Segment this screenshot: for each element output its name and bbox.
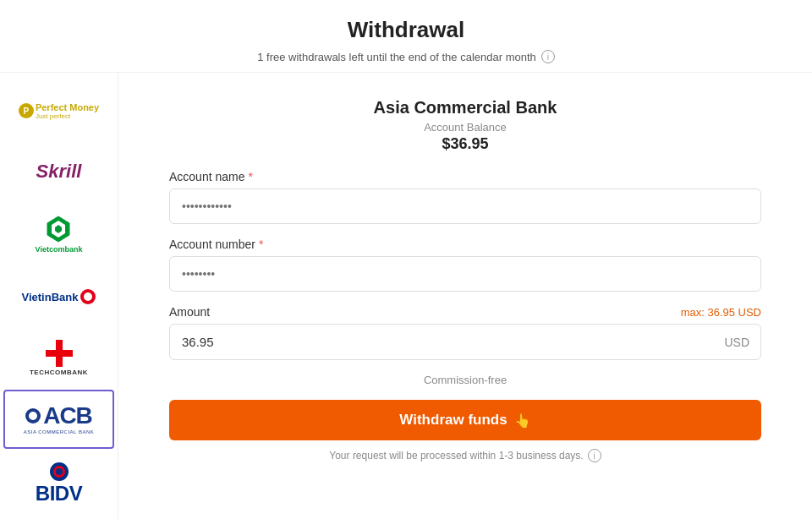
amount-row: Amount max: 36.95 USD bbox=[169, 305, 761, 319]
amount-input[interactable] bbox=[169, 324, 761, 360]
cursor-icon: 👆 bbox=[514, 412, 531, 429]
perfect-money-icon: P bbox=[19, 103, 34, 118]
bank-title: Asia Commercial Bank bbox=[169, 98, 761, 117]
vietcombank-icon bbox=[46, 215, 71, 243]
amount-input-wrapper: USD bbox=[169, 324, 761, 360]
account-name-label: Account name * bbox=[169, 170, 761, 183]
account-name-input[interactable] bbox=[169, 188, 761, 224]
free-withdrawals-notice: 1 free withdrawals left until the end of… bbox=[0, 50, 812, 63]
acb-circle-icon bbox=[25, 408, 41, 423]
amount-group: Amount max: 36.95 USD USD bbox=[169, 305, 761, 360]
account-number-group: Account number * bbox=[169, 238, 761, 292]
page-title: Withdrawal bbox=[0, 17, 812, 43]
info-icon[interactable]: i bbox=[541, 50, 555, 63]
sidebar: P Perfect Money Just perfect Skrill bbox=[0, 73, 118, 519]
withdraw-funds-button[interactable]: Withdraw funds 👆 bbox=[169, 400, 761, 440]
account-number-label: Account number * bbox=[169, 238, 761, 251]
form-area: Asia Commercial Bank Account Balance $36… bbox=[118, 73, 812, 519]
sidebar-item-skrill[interactable]: Skrill bbox=[3, 142, 114, 201]
sidebar-item-perfect-money[interactable]: P Perfect Money Just perfect bbox=[3, 81, 114, 140]
bidv-icon bbox=[50, 462, 69, 481]
page-header: Withdrawal 1 free withdrawals left until… bbox=[0, 0, 812, 73]
sidebar-item-vietcombank[interactable]: Vietcombank bbox=[3, 203, 114, 265]
required-star-2: * bbox=[259, 238, 263, 251]
amount-currency: USD bbox=[724, 336, 749, 349]
sidebar-item-bidv[interactable]: BIDV bbox=[3, 451, 114, 517]
skrill-logo: Skrill bbox=[36, 161, 82, 183]
account-number-input[interactable] bbox=[169, 256, 761, 292]
processing-info-icon[interactable]: i bbox=[588, 449, 601, 462]
required-star: * bbox=[249, 170, 253, 183]
techcombank-icon bbox=[46, 340, 73, 367]
main-content: P Perfect Money Just perfect Skrill bbox=[0, 73, 812, 519]
max-amount-text: max: 36.95 USD bbox=[681, 306, 761, 319]
sidebar-item-techcombank[interactable]: TECHCOMBANK bbox=[3, 328, 114, 388]
account-balance-value: $36.95 bbox=[169, 135, 761, 153]
account-balance-label: Account Balance bbox=[169, 121, 761, 134]
sidebar-item-vietinbank[interactable]: VietinBank bbox=[3, 267, 114, 326]
svg-point-5 bbox=[56, 468, 63, 475]
sidebar-item-acb[interactable]: ACB ASIA COMMERCIAL BANK bbox=[3, 390, 114, 449]
account-name-group: Account name * bbox=[169, 170, 761, 224]
processing-note: Your request will be processed within 1-… bbox=[169, 449, 761, 462]
amount-label: Amount bbox=[169, 305, 210, 319]
commission-free-text: Commission-free bbox=[169, 374, 761, 386]
